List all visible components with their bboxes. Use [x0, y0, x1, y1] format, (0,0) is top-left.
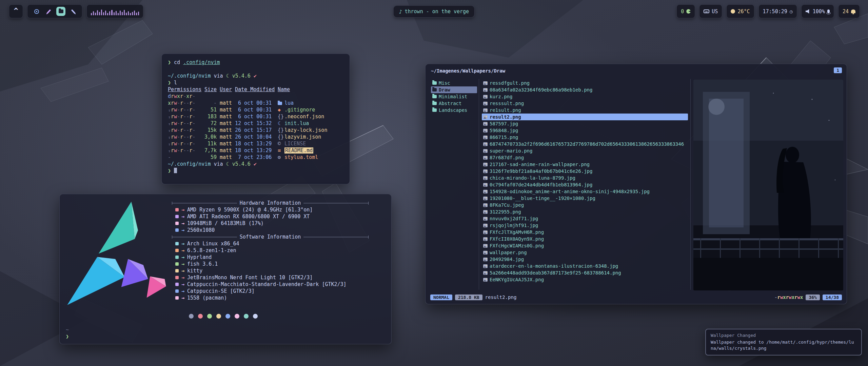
list-position: 14/38 — [823, 294, 842, 300]
visualizer-bar — [138, 12, 139, 15]
arrow-icon: → — [181, 213, 184, 220]
file-item[interactable]: nnvuv0xj2df71.jpg — [482, 215, 688, 222]
info-text: Hyprland — [187, 254, 212, 261]
file-row: .rw-r--r--183matt 6 oct 00:31{}.neoconf.… — [168, 106, 343, 113]
cpu-icon — [175, 208, 179, 211]
file-item[interactable]: chica-mirando-la-luna-8799.jpg — [482, 175, 688, 181]
workspace-button-2[interactable] — [44, 7, 53, 16]
clock-widget[interactable]: 17:50:29 — [758, 4, 797, 18]
file-item[interactable]: resssult.png — [482, 100, 688, 107]
file-name: 68747470733a2f2f696d616765732d7769786d70… — [490, 141, 684, 147]
visualizer-bar — [97, 10, 98, 15]
launcher-button[interactable] — [9, 4, 23, 18]
file-item[interactable]: 87r687df.png — [482, 154, 688, 161]
top-bar: thrown - on the verge 0 US 26°C 17:50:29 — [0, 4, 868, 18]
notification-popup[interactable]: Wallpaper Changed Wallpaper changed to /… — [705, 329, 862, 355]
file-item[interactable]: result2.png — [482, 114, 688, 120]
file-name: FXfcHgcWIAMzs0G.png — [490, 242, 544, 249]
sun-icon — [731, 9, 735, 14]
file-item[interactable]: 866715.png — [482, 134, 688, 141]
file-item[interactable]: 8FKa7Cu.jpeg — [482, 202, 688, 208]
file-item[interactable]: FXfcII0X0AQyn9X.png — [482, 236, 688, 242]
directory-item[interactable]: Landscapes — [431, 107, 477, 114]
icons-icon — [175, 289, 179, 293]
status-mark-icon: ✔ — [254, 73, 257, 79]
file-row: .rw-r--r--51matt 6 oct 00:31◆.gitignore — [168, 100, 343, 106]
file-item[interactable]: ressdfgult.png — [482, 80, 688, 86]
music-widget[interactable]: thrown - on the verge — [393, 5, 475, 18]
file-name: nnvuv0xj2df71.jpg — [490, 215, 538, 222]
file-name: 596848.jpg — [490, 127, 518, 134]
arrow-icon: → — [181, 254, 184, 261]
image-file-icon — [483, 156, 488, 160]
permissions-cell: .rw-r--r-- — [168, 147, 198, 161]
info-line: →JetBrainsMono Nerd Font Light 10 [GTK2/… — [172, 274, 369, 281]
column-divider — [479, 79, 479, 290]
directory-item[interactable]: Minimalist — [431, 93, 477, 100]
visualizer-bar — [126, 13, 127, 15]
workspace-button-3[interactable] — [56, 7, 65, 16]
arrow-icon: → — [181, 294, 184, 301]
workspace-button-4[interactable] — [68, 7, 78, 16]
info-text: 10948MiB / 64183MiB (17%) — [187, 220, 264, 227]
file-name: rsjqojlmjhf91.jpg — [490, 222, 538, 229]
file-item[interactable]: 154928-odinokoe_anime-art-anime-okno-sin… — [482, 188, 688, 195]
file-name: 866715.png — [490, 134, 518, 141]
directory-item[interactable]: Misc — [431, 80, 477, 86]
file-item[interactable]: 3122955.png — [482, 208, 688, 215]
file-name: ressdfgult.png — [490, 80, 530, 86]
file-item[interactable]: rsjqojlmjhf91.jpg — [482, 222, 688, 229]
file-item[interactable]: kurz.png — [482, 93, 688, 100]
breadcrumb-path: ~/Imagenes/Wallpapers/Draw — [431, 68, 505, 74]
file-item[interactable]: 3126f7e9bbf21a8a4af0b67b041c6e26.jpg — [482, 168, 688, 175]
terminal-window[interactable]: ❯ cd .config/nvim ~/.config/nvim via ☾ v… — [161, 54, 350, 184]
user-cell: matt — [220, 154, 232, 161]
directory-item[interactable]: Draw — [431, 86, 477, 93]
file-item[interactable]: re1sult.png — [482, 107, 688, 114]
info-line: →Arch Linux x86_64 — [172, 240, 369, 247]
info-line: →10948MiB / 64183MiB (17%) — [172, 220, 369, 227]
image-file-icon — [483, 251, 488, 255]
file-list: ressdfgult.png08a634fa02a32364f69ebc86a9… — [482, 80, 688, 283]
workspace-button-1[interactable] — [32, 7, 41, 16]
gear-icon: ⚙ — [278, 154, 284, 161]
file-row: .rw-r--r--15kmatt26 oct 15:17{}lazy-lock… — [168, 120, 343, 127]
tab-indicator[interactable]: 1 — [834, 67, 842, 73]
file-item[interactable]: FXfcJlTXgAMvH6R.png — [482, 229, 688, 236]
visualizer-bar — [124, 10, 125, 15]
preview-image — [693, 80, 843, 290]
file-item[interactable]: 5a266e448add93deab367d87173e9f25-6837886… — [482, 269, 688, 276]
directory-item[interactable]: Abstract — [431, 100, 477, 107]
file-item[interactable]: super-mario.png — [482, 147, 688, 154]
file-item[interactable]: 0c794faf07de24a4db4d4fb1eb813964.jpg — [482, 181, 688, 188]
volume-widget[interactable]: 100% — [801, 4, 834, 18]
info-text: Arch Linux x86_64 — [187, 240, 239, 247]
file-item[interactable]: 68747470733a2f2f696d616765732d7769786d70… — [482, 141, 688, 147]
directory-name: Minimalist — [439, 93, 467, 100]
keyboard-layout-widget[interactable]: US — [699, 4, 722, 18]
updates-widget[interactable]: 0 — [676, 4, 695, 18]
file-item[interactable]: atardecer-en-la-montanas-ilustracion-634… — [482, 263, 688, 269]
clock-icon — [790, 8, 793, 15]
file-item[interactable]: 20492984.jpg — [482, 256, 688, 263]
palette-dot — [253, 314, 258, 319]
file-item[interactable]: 587597.jpg — [482, 120, 688, 127]
prompt-via: via — [214, 73, 223, 79]
notifications-widget[interactable]: 24 — [838, 4, 860, 18]
file-item[interactable]: FXfcHgcWIAMzs0G.png — [482, 242, 688, 249]
file-name: 5a266e448add93deab367d87173e9f25-6837886… — [490, 269, 621, 276]
weather-widget[interactable]: 26°C — [726, 4, 754, 18]
file-manager-window[interactable]: ~/Imagenes/Wallpapers/Draw 1 MiscDrawMin… — [425, 64, 847, 304]
prompt-symbol: ❯ — [168, 168, 171, 174]
image-file-icon — [483, 136, 488, 139]
image-file-icon — [483, 142, 488, 146]
file-item[interactable]: 217167-sad-anime-rain-wallpaper.png — [482, 161, 688, 168]
file-item[interactable]: EeNKYgIUcAAJ5JX.png — [482, 276, 688, 283]
file-item[interactable]: 19201080-__blue-tinge__-1920×1080.jpg — [482, 195, 688, 202]
fetch-window[interactable]: Hardware Information→AMD Ryzen 9 5900X (… — [59, 194, 392, 344]
file-item[interactable]: wallpaper.png — [482, 249, 688, 256]
theme-icon — [175, 283, 179, 286]
file-name: resssult.png — [490, 100, 524, 107]
file-item[interactable]: 596848.jpg — [482, 127, 688, 134]
file-item[interactable]: 08a634fa02a32364f69ebc86a98eb1eb.png — [482, 86, 688, 93]
